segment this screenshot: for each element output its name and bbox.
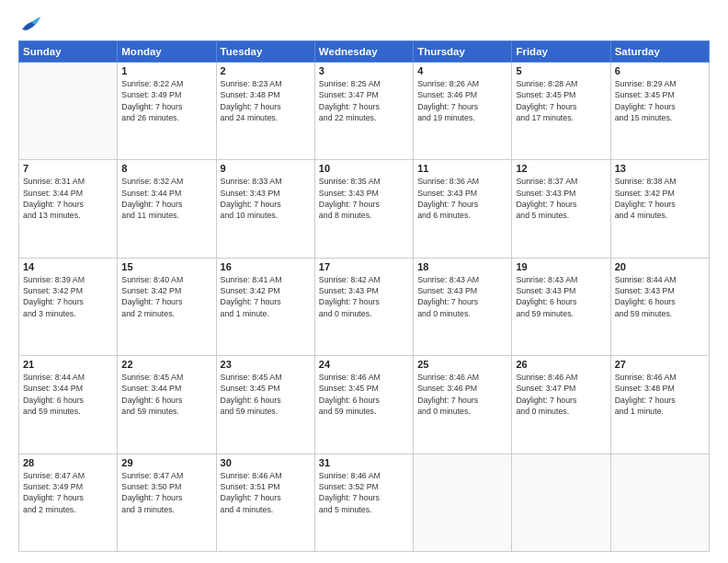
weekday-header-wednesday: Wednesday (314, 41, 413, 63)
day-cell-4: 4Sunrise: 8:26 AM Sunset: 3:46 PM Daylig… (414, 63, 512, 160)
day-number: 10 (319, 163, 409, 174)
day-info: Sunrise: 8:39 AM Sunset: 3:42 PM Dayligh… (23, 274, 113, 319)
day-number: 9 (221, 163, 311, 174)
day-cell-10: 10Sunrise: 8:35 AM Sunset: 3:43 PM Dayli… (314, 160, 413, 258)
day-number: 5 (516, 65, 606, 76)
day-info: Sunrise: 8:33 AM Sunset: 3:43 PM Dayligh… (221, 176, 311, 221)
week-row-5: 28Sunrise: 8:47 AM Sunset: 3:49 PM Dayli… (19, 454, 710, 551)
day-info: Sunrise: 8:46 AM Sunset: 3:48 PM Dayligh… (615, 372, 705, 417)
day-cell-16: 16Sunrise: 8:41 AM Sunset: 3:42 PM Dayli… (216, 258, 314, 355)
day-number: 27 (615, 359, 705, 370)
page: SundayMondayTuesdayWednesdayThursdayFrid… (0, 0, 728, 563)
day-info: Sunrise: 8:45 AM Sunset: 3:44 PM Dayligh… (121, 372, 211, 417)
day-info: Sunrise: 8:22 AM Sunset: 3:49 PM Dayligh… (121, 78, 211, 123)
day-info: Sunrise: 8:29 AM Sunset: 3:45 PM Dayligh… (615, 78, 705, 123)
day-info: Sunrise: 8:45 AM Sunset: 3:45 PM Dayligh… (221, 372, 311, 417)
day-number: 3 (319, 65, 409, 76)
day-cell-25: 25Sunrise: 8:46 AM Sunset: 3:46 PM Dayli… (414, 356, 512, 454)
day-cell-17: 17Sunrise: 8:42 AM Sunset: 3:43 PM Dayli… (314, 258, 413, 355)
weekday-header-friday: Friday (512, 41, 610, 63)
day-number: 22 (121, 359, 211, 370)
day-info: Sunrise: 8:41 AM Sunset: 3:42 PM Dayligh… (221, 274, 311, 319)
day-info: Sunrise: 8:43 AM Sunset: 3:43 PM Dayligh… (516, 274, 606, 319)
day-info: Sunrise: 8:43 AM Sunset: 3:43 PM Dayligh… (417, 274, 507, 319)
day-number: 2 (221, 65, 311, 76)
empty-cell (19, 63, 118, 160)
day-number: 26 (516, 359, 606, 370)
day-info: Sunrise: 8:47 AM Sunset: 3:49 PM Dayligh… (23, 470, 113, 515)
day-cell-18: 18Sunrise: 8:43 AM Sunset: 3:43 PM Dayli… (414, 258, 512, 355)
day-cell-11: 11Sunrise: 8:36 AM Sunset: 3:43 PM Dayli… (414, 160, 512, 258)
day-cell-22: 22Sunrise: 8:45 AM Sunset: 3:44 PM Dayli… (118, 356, 216, 454)
day-number: 1 (121, 65, 211, 76)
day-cell-1: 1Sunrise: 8:22 AM Sunset: 3:49 PM Daylig… (118, 63, 216, 160)
day-info: Sunrise: 8:46 AM Sunset: 3:46 PM Dayligh… (417, 372, 507, 417)
day-number: 25 (417, 359, 507, 370)
header (18, 17, 710, 33)
empty-cell (610, 454, 709, 551)
day-info: Sunrise: 8:37 AM Sunset: 3:43 PM Dayligh… (516, 176, 606, 221)
day-info: Sunrise: 8:46 AM Sunset: 3:47 PM Dayligh… (516, 372, 606, 417)
day-info: Sunrise: 8:47 AM Sunset: 3:50 PM Dayligh… (121, 470, 211, 515)
day-number: 4 (417, 65, 507, 76)
weekday-header-sunday: Sunday (19, 41, 118, 63)
day-info: Sunrise: 8:38 AM Sunset: 3:42 PM Dayligh… (615, 176, 705, 221)
day-cell-29: 29Sunrise: 8:47 AM Sunset: 3:50 PM Dayli… (118, 454, 216, 551)
day-number: 16 (221, 261, 311, 272)
day-cell-2: 2Sunrise: 8:23 AM Sunset: 3:48 PM Daylig… (216, 63, 314, 160)
day-info: Sunrise: 8:28 AM Sunset: 3:45 PM Dayligh… (516, 78, 606, 123)
day-info: Sunrise: 8:44 AM Sunset: 3:43 PM Dayligh… (615, 274, 705, 319)
weekday-header-row: SundayMondayTuesdayWednesdayThursdayFrid… (19, 41, 710, 63)
day-number: 19 (516, 261, 606, 272)
logo (18, 17, 40, 33)
day-info: Sunrise: 8:23 AM Sunset: 3:48 PM Dayligh… (221, 78, 311, 123)
day-cell-5: 5Sunrise: 8:28 AM Sunset: 3:45 PM Daylig… (512, 63, 610, 160)
logo-bird-icon (20, 17, 40, 33)
day-info: Sunrise: 8:35 AM Sunset: 3:43 PM Dayligh… (319, 176, 409, 221)
day-number: 29 (121, 457, 211, 468)
day-cell-3: 3Sunrise: 8:25 AM Sunset: 3:47 PM Daylig… (314, 63, 413, 160)
day-cell-8: 8Sunrise: 8:32 AM Sunset: 3:44 PM Daylig… (118, 160, 216, 258)
day-cell-7: 7Sunrise: 8:31 AM Sunset: 3:44 PM Daylig… (19, 160, 118, 258)
day-number: 18 (417, 261, 507, 272)
day-cell-13: 13Sunrise: 8:38 AM Sunset: 3:42 PM Dayli… (610, 160, 709, 258)
weekday-header-monday: Monday (118, 41, 216, 63)
calendar: SundayMondayTuesdayWednesdayThursdayFrid… (18, 40, 710, 552)
day-info: Sunrise: 8:36 AM Sunset: 3:43 PM Dayligh… (417, 176, 507, 221)
week-row-3: 14Sunrise: 8:39 AM Sunset: 3:42 PM Dayli… (19, 258, 710, 355)
day-number: 15 (121, 261, 211, 272)
weekday-header-tuesday: Tuesday (216, 41, 314, 63)
day-cell-12: 12Sunrise: 8:37 AM Sunset: 3:43 PM Dayli… (512, 160, 610, 258)
week-row-1: 1Sunrise: 8:22 AM Sunset: 3:49 PM Daylig… (19, 63, 710, 160)
day-info: Sunrise: 8:42 AM Sunset: 3:43 PM Dayligh… (319, 274, 409, 319)
day-cell-20: 20Sunrise: 8:44 AM Sunset: 3:43 PM Dayli… (610, 258, 709, 355)
week-row-4: 21Sunrise: 8:44 AM Sunset: 3:44 PM Dayli… (19, 356, 710, 454)
day-info: Sunrise: 8:46 AM Sunset: 3:45 PM Dayligh… (319, 372, 409, 417)
day-cell-19: 19Sunrise: 8:43 AM Sunset: 3:43 PM Dayli… (512, 258, 610, 355)
day-cell-21: 21Sunrise: 8:44 AM Sunset: 3:44 PM Dayli… (19, 356, 118, 454)
day-cell-26: 26Sunrise: 8:46 AM Sunset: 3:47 PM Dayli… (512, 356, 610, 454)
day-cell-31: 31Sunrise: 8:46 AM Sunset: 3:52 PM Dayli… (314, 454, 413, 551)
day-cell-6: 6Sunrise: 8:29 AM Sunset: 3:45 PM Daylig… (610, 63, 709, 160)
day-number: 8 (121, 163, 211, 174)
day-number: 13 (615, 163, 705, 174)
day-info: Sunrise: 8:32 AM Sunset: 3:44 PM Dayligh… (121, 176, 211, 221)
day-info: Sunrise: 8:44 AM Sunset: 3:44 PM Dayligh… (23, 372, 113, 417)
week-row-2: 7Sunrise: 8:31 AM Sunset: 3:44 PM Daylig… (19, 160, 710, 258)
day-cell-15: 15Sunrise: 8:40 AM Sunset: 3:42 PM Dayli… (118, 258, 216, 355)
day-info: Sunrise: 8:46 AM Sunset: 3:51 PM Dayligh… (221, 470, 311, 515)
day-number: 14 (23, 261, 113, 272)
day-info: Sunrise: 8:25 AM Sunset: 3:47 PM Dayligh… (319, 78, 409, 123)
day-info: Sunrise: 8:40 AM Sunset: 3:42 PM Dayligh… (121, 274, 211, 319)
day-info: Sunrise: 8:26 AM Sunset: 3:46 PM Dayligh… (417, 78, 507, 123)
day-cell-23: 23Sunrise: 8:45 AM Sunset: 3:45 PM Dayli… (216, 356, 314, 454)
day-info: Sunrise: 8:46 AM Sunset: 3:52 PM Dayligh… (319, 470, 409, 515)
day-number: 28 (23, 457, 113, 468)
empty-cell (414, 454, 512, 551)
day-number: 21 (23, 359, 113, 370)
day-cell-24: 24Sunrise: 8:46 AM Sunset: 3:45 PM Dayli… (314, 356, 413, 454)
day-cell-9: 9Sunrise: 8:33 AM Sunset: 3:43 PM Daylig… (216, 160, 314, 258)
day-number: 6 (615, 65, 705, 76)
day-number: 17 (319, 261, 409, 272)
day-number: 30 (221, 457, 311, 468)
